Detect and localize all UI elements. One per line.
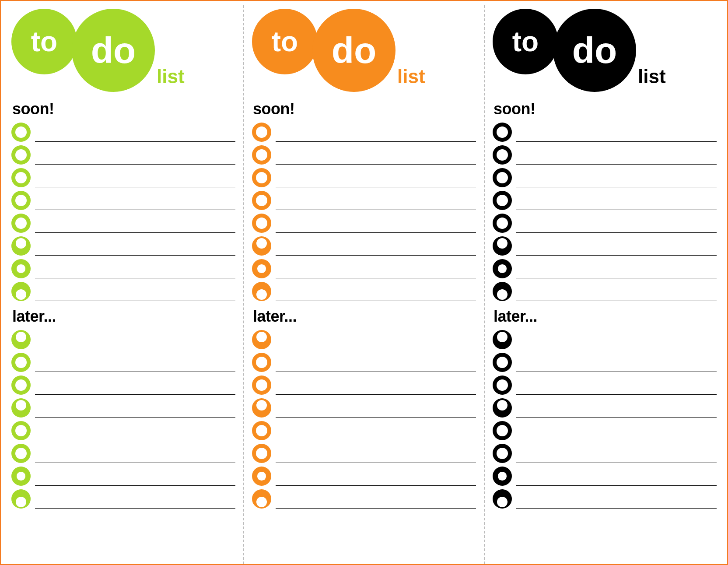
- write-line[interactable]: [276, 265, 476, 278]
- todo-triptych: to do list soon! later... to do list soo…: [0, 0, 728, 565]
- list-item[interactable]: [252, 213, 476, 233]
- list-item[interactable]: [11, 375, 235, 395]
- list-item[interactable]: [493, 329, 717, 349]
- list-item[interactable]: [11, 281, 235, 301]
- write-line[interactable]: [276, 129, 476, 142]
- write-line[interactable]: [276, 359, 476, 372]
- write-line[interactable]: [35, 404, 235, 418]
- list-item[interactable]: [493, 144, 717, 165]
- write-line[interactable]: [516, 242, 717, 256]
- write-line[interactable]: [35, 288, 235, 301]
- write-line[interactable]: [276, 174, 476, 187]
- write-line[interactable]: [276, 336, 476, 349]
- write-line[interactable]: [516, 288, 717, 301]
- write-line[interactable]: [35, 174, 235, 187]
- list-item[interactable]: [252, 443, 476, 463]
- write-line[interactable]: [516, 450, 717, 463]
- list-item[interactable]: [493, 258, 717, 278]
- write-line[interactable]: [35, 265, 235, 278]
- write-line[interactable]: [516, 404, 717, 418]
- write-line[interactable]: [516, 382, 717, 395]
- write-line[interactable]: [35, 151, 235, 165]
- list-item[interactable]: [493, 281, 717, 301]
- list-item[interactable]: [493, 167, 717, 187]
- bullet-icon: [493, 123, 512, 142]
- list-item[interactable]: [252, 167, 476, 187]
- list-item[interactable]: [493, 190, 717, 210]
- list-item[interactable]: [252, 281, 476, 301]
- list-item[interactable]: [252, 235, 476, 256]
- write-line[interactable]: [35, 220, 235, 233]
- list-item[interactable]: [493, 488, 717, 509]
- list-item[interactable]: [11, 213, 235, 233]
- list-item[interactable]: [493, 466, 717, 486]
- write-line[interactable]: [276, 427, 476, 440]
- list-item[interactable]: [252, 397, 476, 418]
- write-line[interactable]: [35, 473, 235, 486]
- write-line[interactable]: [35, 495, 235, 509]
- write-line[interactable]: [276, 473, 476, 486]
- list-item[interactable]: [11, 258, 235, 278]
- write-line[interactable]: [276, 151, 476, 165]
- write-line[interactable]: [35, 450, 235, 463]
- write-line[interactable]: [516, 336, 717, 349]
- do-circle: do: [312, 9, 396, 92]
- list-item[interactable]: [11, 329, 235, 349]
- list-item[interactable]: [252, 352, 476, 372]
- write-line[interactable]: [276, 220, 476, 233]
- write-line[interactable]: [516, 495, 717, 509]
- write-line[interactable]: [276, 382, 476, 395]
- list-item[interactable]: [11, 443, 235, 463]
- write-line[interactable]: [35, 197, 235, 210]
- write-line[interactable]: [276, 242, 476, 256]
- write-line[interactable]: [276, 450, 476, 463]
- list-item[interactable]: [11, 190, 235, 210]
- list-item[interactable]: [11, 144, 235, 165]
- list-item[interactable]: [252, 144, 476, 165]
- write-line[interactable]: [516, 174, 717, 187]
- list-item[interactable]: [252, 488, 476, 509]
- write-line[interactable]: [276, 495, 476, 509]
- write-line[interactable]: [276, 404, 476, 418]
- write-line[interactable]: [516, 197, 717, 210]
- list-item[interactable]: [11, 466, 235, 486]
- write-line[interactable]: [35, 382, 235, 395]
- write-line[interactable]: [276, 288, 476, 301]
- list-item[interactable]: [252, 375, 476, 395]
- write-line[interactable]: [35, 129, 235, 142]
- list-item[interactable]: [252, 420, 476, 440]
- list-item[interactable]: [493, 352, 717, 372]
- list-item[interactable]: [493, 375, 717, 395]
- list-item[interactable]: [493, 397, 717, 418]
- list-item[interactable]: [11, 397, 235, 418]
- write-line[interactable]: [516, 359, 717, 372]
- list-item[interactable]: [11, 122, 235, 142]
- write-line[interactable]: [35, 427, 235, 440]
- write-line[interactable]: [276, 197, 476, 210]
- list-item[interactable]: [493, 122, 717, 142]
- bullet-icon: [252, 168, 271, 187]
- list-item[interactable]: [11, 235, 235, 256]
- list-item[interactable]: [493, 213, 717, 233]
- list-item[interactable]: [11, 420, 235, 440]
- list-item[interactable]: [493, 235, 717, 256]
- list-item[interactable]: [493, 443, 717, 463]
- list-item[interactable]: [493, 420, 717, 440]
- list-item[interactable]: [252, 122, 476, 142]
- list-item[interactable]: [252, 329, 476, 349]
- list-item[interactable]: [11, 167, 235, 187]
- write-line[interactable]: [516, 129, 717, 142]
- write-line[interactable]: [516, 151, 717, 165]
- list-item[interactable]: [252, 258, 476, 278]
- list-item[interactable]: [252, 466, 476, 486]
- list-item[interactable]: [11, 488, 235, 509]
- list-item[interactable]: [11, 352, 235, 372]
- write-line[interactable]: [516, 427, 717, 440]
- write-line[interactable]: [35, 359, 235, 372]
- write-line[interactable]: [35, 242, 235, 256]
- write-line[interactable]: [516, 265, 717, 278]
- write-line[interactable]: [35, 336, 235, 349]
- list-item[interactable]: [252, 190, 476, 210]
- write-line[interactable]: [516, 473, 717, 486]
- write-line[interactable]: [516, 220, 717, 233]
